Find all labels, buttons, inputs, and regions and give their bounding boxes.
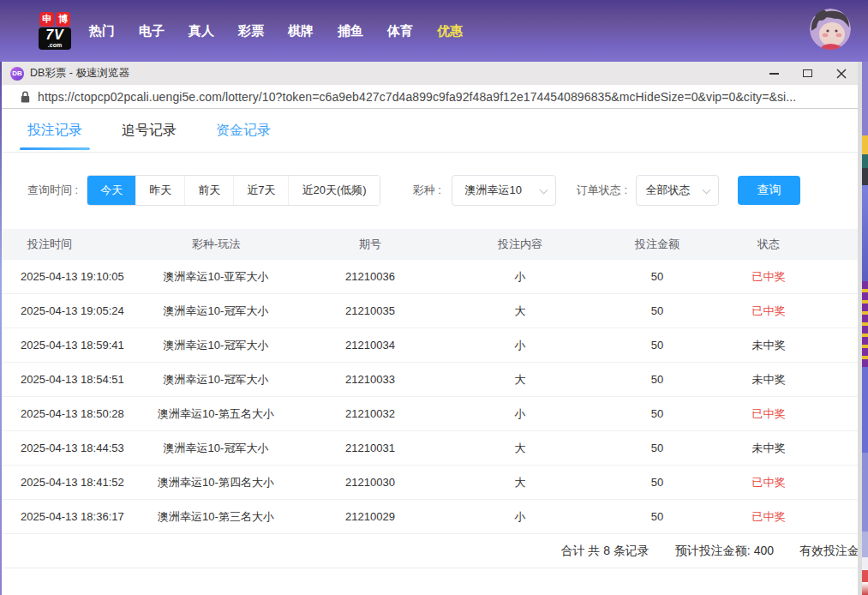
status-filter-label: 订单状态 : <box>577 183 627 198</box>
ssl-lock-icon <box>21 91 30 103</box>
window-controls <box>757 62 858 85</box>
cell-bet-time: 2025-04-13 18:41:52 <box>2 476 139 489</box>
cell-bet-amount: 50 <box>593 442 721 454</box>
logo-main-text: 7V <box>45 28 64 42</box>
nav-item[interactable]: 棋牌 <box>288 23 314 39</box>
table-row: 2025-04-13 19:05:24 澳洲幸运10-冠军大小 21210035… <box>2 294 858 328</box>
browser-window: DB DB彩票 - 极速浏览器 https://ctopcp02pcali.ue… <box>2 62 862 595</box>
user-avatar[interactable] <box>810 9 851 50</box>
bet-records-table: 投注时间 彩种-玩法 期号 投注内容 投注金额 状态 2025-04-13 19… <box>2 229 858 534</box>
cell-bet-content: 大 <box>447 475 593 490</box>
nav-item[interactable]: 电子 <box>139 23 165 39</box>
site-logo[interactable]: 申 博 7V .com <box>38 12 72 50</box>
header-bet-content: 投注内容 <box>447 237 593 252</box>
cell-issue: 21210033 <box>293 373 447 386</box>
time-filter-label: 查询时间 : <box>27 183 78 198</box>
filter-bar: 查询时间 : 今天昨天前天近7天近20天(低频) 彩种 : 澳洲幸运10 订单状… <box>2 175 858 206</box>
lottery-filter-label: 彩种 : <box>413 183 441 198</box>
nav-item[interactable]: 彩票 <box>238 23 264 39</box>
cell-bet-amount: 50 <box>593 339 721 352</box>
lottery-select[interactable]: 澳洲幸运10 <box>452 175 556 206</box>
cell-game-play: 澳洲幸运10-冠军大小 <box>139 338 293 353</box>
cell-bet-amount: 50 <box>593 510 721 523</box>
maximize-icon <box>803 69 812 77</box>
cell-status: 已中奖 <box>721 406 816 422</box>
url-text: https://ctopcp02pcali.uengi5e.com/lotter… <box>38 90 796 104</box>
query-button[interactable]: 查询 <box>738 176 800 205</box>
cell-issue: 21210029 <box>293 510 447 523</box>
cell-game-play: 澳洲幸运10-第五名大小 <box>139 406 293 422</box>
cell-bet-amount: 50 <box>593 476 721 489</box>
time-option-button[interactable]: 昨天 <box>135 176 184 205</box>
minimize-button[interactable] <box>757 62 791 85</box>
order-status-select[interactable]: 全部状态 <box>636 175 719 206</box>
nav-item[interactable]: 真人 <box>189 23 214 39</box>
lottery-select-value: 澳洲幸运10 <box>465 183 522 198</box>
table-row: 2025-04-13 18:44:53 澳洲幸运10-冠军大小 21210031… <box>2 431 858 466</box>
address-bar[interactable]: https://ctopcp02pcali.uengi5e.com/lotter… <box>2 85 858 109</box>
site-header: 申 博 7V .com 热门电子真人彩票棋牌捕鱼体育优惠 <box>0 0 868 62</box>
cell-issue: 21210032 <box>293 407 447 420</box>
cell-bet-content: 大 <box>447 372 593 388</box>
header-bet-time: 投注时间 <box>2 237 139 252</box>
cell-bet-time: 2025-04-13 19:05:24 <box>2 304 139 317</box>
header-issue: 期号 <box>293 237 447 252</box>
cell-game-play: 澳洲幸运10-冠军大小 <box>139 304 293 319</box>
table-row: 2025-04-13 19:10:05 澳洲幸运10-亚军大小 21210036… <box>2 260 858 294</box>
header-bet-amount: 投注金额 <box>593 237 721 252</box>
cell-issue: 21210035 <box>293 304 447 317</box>
window-titlebar: DB DB彩票 - 极速浏览器 <box>2 62 858 85</box>
cell-bet-content: 小 <box>447 406 593 422</box>
tab-chase-records[interactable]: 追号记录 <box>122 109 177 152</box>
tab-fund-records[interactable]: 资金记录 <box>216 109 271 152</box>
record-tabs: 投注记录 追号记录 资金记录 <box>2 109 858 153</box>
avatar-image <box>810 9 851 50</box>
table-row: 2025-04-13 18:59:41 澳洲幸运10-冠军大小 21210034… <box>2 328 858 363</box>
time-option-button[interactable]: 近7天 <box>233 176 288 205</box>
main-nav: 热门电子真人彩票棋牌捕鱼体育优惠 <box>89 23 463 39</box>
cell-game-play: 澳洲幸运10-亚军大小 <box>139 269 293 285</box>
table-row: 2025-04-13 18:36:17 澳洲幸运10-第三名大小 2121002… <box>2 500 858 534</box>
time-option-button[interactable]: 近20天(低频) <box>288 176 379 205</box>
cell-game-play: 澳洲幸运10-第三名大小 <box>139 509 293 525</box>
table-row: 2025-04-13 18:41:52 澳洲幸运10-第四名大小 2121003… <box>2 466 858 500</box>
close-icon <box>836 69 847 79</box>
time-filter-group: 今天昨天前天近7天近20天(低频) <box>87 175 380 206</box>
cell-bet-amount: 50 <box>593 407 721 420</box>
cell-bet-content: 大 <box>447 304 593 319</box>
summary-bar: 合计 共 8 条记录 预计投注金额: 400 有效投注金额 <box>2 534 862 568</box>
cell-status: 已中奖 <box>721 304 816 319</box>
logo-badge-left: 申 <box>39 12 54 27</box>
time-option-button[interactable]: 前天 <box>184 176 233 205</box>
valid-bet-amount: 有效投注金额 <box>799 544 862 559</box>
cell-game-play: 澳洲幸运10-第四名大小 <box>139 475 293 490</box>
cell-game-play: 澳洲幸运10-冠军大小 <box>139 441 293 456</box>
cell-status: 已中奖 <box>721 269 816 285</box>
nav-item[interactable]: 捕鱼 <box>338 23 363 39</box>
cell-issue: 21210030 <box>293 476 447 489</box>
nav-item[interactable]: 优惠 <box>437 23 463 39</box>
window-title: DB彩票 - 极速浏览器 <box>30 66 129 81</box>
time-option-button[interactable]: 今天 <box>87 176 135 205</box>
cell-bet-time: 2025-04-13 18:54:51 <box>2 373 139 386</box>
table-body: 2025-04-13 19:10:05 澳洲幸运10-亚军大小 21210036… <box>2 260 858 534</box>
close-button[interactable] <box>824 62 858 85</box>
cell-status: 未中奖 <box>721 338 816 353</box>
cell-bet-content: 小 <box>447 338 593 353</box>
tab-bet-records[interactable]: 投注记录 <box>27 109 82 152</box>
cell-status: 未中奖 <box>721 372 816 388</box>
cell-bet-time: 2025-04-13 19:10:05 <box>2 270 139 283</box>
background-page-strip <box>861 62 868 595</box>
expected-bet-amount: 预计投注金额: 400 <box>675 544 774 559</box>
maximize-button[interactable] <box>791 62 824 85</box>
cell-bet-content: 小 <box>447 509 593 525</box>
header-status: 状态 <box>721 237 816 252</box>
chevron-down-icon <box>539 186 548 195</box>
nav-item[interactable]: 体育 <box>387 23 413 39</box>
nav-item[interactable]: 热门 <box>89 23 115 39</box>
minimize-icon <box>769 73 779 75</box>
browser-favicon: DB <box>10 67 24 81</box>
logo-domain-text: .com <box>48 42 62 48</box>
cell-game-play: 澳洲幸运10-冠军大小 <box>139 372 293 388</box>
cell-issue: 21210034 <box>293 339 447 352</box>
